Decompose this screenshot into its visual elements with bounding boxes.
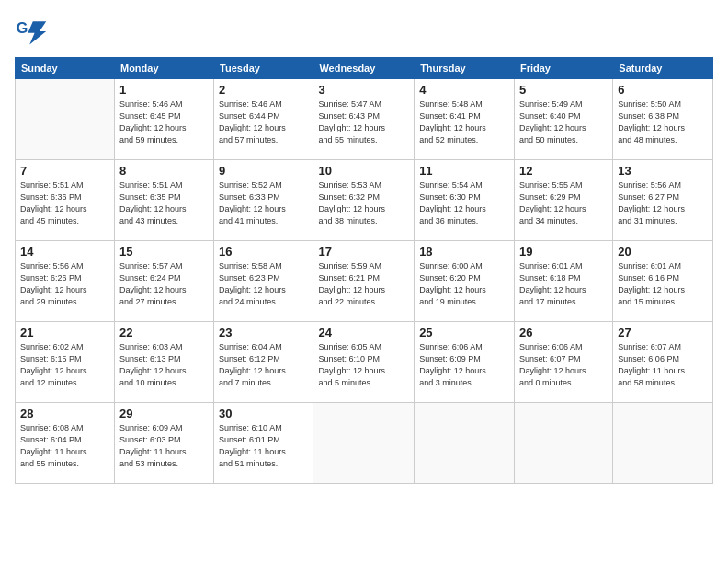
- calendar-cell: 25Sunrise: 6:06 AM Sunset: 6:09 PM Dayli…: [415, 322, 515, 403]
- logo: G: [15, 15, 50, 48]
- day-number: 11: [419, 164, 509, 178]
- day-number: 7: [20, 164, 109, 178]
- weekday-header-row: SundayMondayTuesdayWednesdayThursdayFrid…: [16, 58, 713, 79]
- day-detail: Sunrise: 5:46 AM Sunset: 6:45 PM Dayligh…: [119, 98, 209, 146]
- weekday-header-thursday: Thursday: [415, 58, 515, 79]
- day-detail: Sunrise: 6:03 AM Sunset: 6:13 PM Dayligh…: [119, 341, 209, 389]
- day-detail: Sunrise: 5:52 AM Sunset: 6:33 PM Dayligh…: [219, 179, 308, 227]
- day-number: 13: [618, 164, 708, 178]
- day-detail: Sunrise: 6:01 AM Sunset: 6:16 PM Dayligh…: [618, 260, 708, 308]
- day-detail: Sunrise: 6:01 AM Sunset: 6:18 PM Dayligh…: [519, 260, 608, 308]
- week-row-4: 21Sunrise: 6:02 AM Sunset: 6:15 PM Dayli…: [16, 322, 713, 403]
- day-number: 24: [318, 326, 409, 339]
- week-row-3: 14Sunrise: 5:56 AM Sunset: 6:26 PM Dayli…: [16, 241, 713, 322]
- day-detail: Sunrise: 5:59 AM Sunset: 6:21 PM Dayligh…: [318, 260, 409, 308]
- week-row-5: 28Sunrise: 6:08 AM Sunset: 6:04 PM Dayli…: [16, 403, 713, 484]
- calendar-cell: 24Sunrise: 6:05 AM Sunset: 6:10 PM Dayli…: [313, 322, 415, 403]
- day-detail: Sunrise: 5:49 AM Sunset: 6:40 PM Dayligh…: [519, 98, 608, 146]
- weekday-header-friday: Friday: [514, 58, 612, 79]
- day-detail: Sunrise: 6:06 AM Sunset: 6:09 PM Dayligh…: [419, 341, 509, 389]
- day-number: 6: [618, 83, 708, 97]
- day-number: 10: [318, 164, 409, 178]
- weekday-header-wednesday: Wednesday: [313, 58, 415, 79]
- calendar-cell: [613, 403, 713, 484]
- svg-marker-1: [28, 21, 46, 44]
- calendar-cell: 2Sunrise: 5:46 AM Sunset: 6:44 PM Daylig…: [214, 79, 313, 160]
- day-detail: Sunrise: 5:48 AM Sunset: 6:41 PM Dayligh…: [419, 98, 509, 146]
- calendar-cell: 3Sunrise: 5:47 AM Sunset: 6:43 PM Daylig…: [313, 79, 415, 160]
- page-header: G: [15, 15, 713, 48]
- day-detail: Sunrise: 5:53 AM Sunset: 6:32 PM Dayligh…: [318, 179, 409, 227]
- calendar-cell: 6Sunrise: 5:50 AM Sunset: 6:38 PM Daylig…: [613, 79, 713, 160]
- calendar-table: SundayMondayTuesdayWednesdayThursdayFrid…: [15, 57, 713, 484]
- day-detail: Sunrise: 6:00 AM Sunset: 6:20 PM Dayligh…: [419, 260, 509, 308]
- day-number: 15: [119, 245, 209, 259]
- calendar-cell: 17Sunrise: 5:59 AM Sunset: 6:21 PM Dayli…: [313, 241, 415, 322]
- calendar-cell: 11Sunrise: 5:54 AM Sunset: 6:30 PM Dayli…: [415, 160, 515, 241]
- day-number: 27: [618, 326, 708, 339]
- day-number: 20: [618, 245, 708, 259]
- day-detail: Sunrise: 6:07 AM Sunset: 6:06 PM Dayligh…: [618, 341, 708, 389]
- calendar-cell: 5Sunrise: 5:49 AM Sunset: 6:40 PM Daylig…: [514, 79, 612, 160]
- day-number: 19: [519, 245, 608, 259]
- calendar-cell: 20Sunrise: 6:01 AM Sunset: 6:16 PM Dayli…: [613, 241, 713, 322]
- day-detail: Sunrise: 6:10 AM Sunset: 6:01 PM Dayligh…: [219, 422, 308, 470]
- day-detail: Sunrise: 6:09 AM Sunset: 6:03 PM Dayligh…: [119, 422, 209, 470]
- day-detail: Sunrise: 5:47 AM Sunset: 6:43 PM Dayligh…: [318, 98, 409, 146]
- day-number: 4: [419, 83, 509, 97]
- calendar-cell: 4Sunrise: 5:48 AM Sunset: 6:41 PM Daylig…: [415, 79, 515, 160]
- day-detail: Sunrise: 5:55 AM Sunset: 6:29 PM Dayligh…: [519, 179, 608, 227]
- day-detail: Sunrise: 6:04 AM Sunset: 6:12 PM Dayligh…: [219, 341, 308, 389]
- calendar-cell: 16Sunrise: 5:58 AM Sunset: 6:23 PM Dayli…: [214, 241, 313, 322]
- day-number: 18: [419, 245, 509, 259]
- day-number: 29: [119, 407, 209, 420]
- svg-text:G: G: [17, 19, 28, 36]
- day-number: 8: [119, 164, 209, 178]
- weekday-header-sunday: Sunday: [16, 58, 115, 79]
- weekday-header-tuesday: Tuesday: [214, 58, 313, 79]
- calendar-cell: 29Sunrise: 6:09 AM Sunset: 6:03 PM Dayli…: [114, 403, 213, 484]
- calendar-cell: 18Sunrise: 6:00 AM Sunset: 6:20 PM Dayli…: [415, 241, 515, 322]
- day-detail: Sunrise: 5:50 AM Sunset: 6:38 PM Dayligh…: [618, 98, 708, 146]
- day-detail: Sunrise: 6:06 AM Sunset: 6:07 PM Dayligh…: [519, 341, 608, 389]
- weekday-header-saturday: Saturday: [613, 58, 713, 79]
- day-detail: Sunrise: 5:51 AM Sunset: 6:36 PM Dayligh…: [20, 179, 109, 227]
- day-number: 23: [219, 326, 308, 339]
- day-detail: Sunrise: 5:54 AM Sunset: 6:30 PM Dayligh…: [419, 179, 509, 227]
- day-number: 17: [318, 245, 409, 259]
- day-number: 5: [519, 83, 608, 97]
- logo-icon: G: [15, 15, 48, 48]
- calendar-cell: 22Sunrise: 6:03 AM Sunset: 6:13 PM Dayli…: [114, 322, 213, 403]
- day-number: 22: [119, 326, 209, 339]
- calendar-cell: 12Sunrise: 5:55 AM Sunset: 6:29 PM Dayli…: [514, 160, 612, 241]
- calendar-cell: 15Sunrise: 5:57 AM Sunset: 6:24 PM Dayli…: [114, 241, 213, 322]
- day-number: 14: [20, 245, 109, 259]
- calendar-cell: [415, 403, 515, 484]
- day-detail: Sunrise: 5:56 AM Sunset: 6:27 PM Dayligh…: [618, 179, 708, 227]
- day-number: 9: [219, 164, 308, 178]
- calendar-cell: 30Sunrise: 6:10 AM Sunset: 6:01 PM Dayli…: [214, 403, 313, 484]
- day-detail: Sunrise: 5:51 AM Sunset: 6:35 PM Dayligh…: [119, 179, 209, 227]
- day-number: 12: [519, 164, 608, 178]
- day-number: 25: [419, 326, 509, 339]
- calendar-cell: 23Sunrise: 6:04 AM Sunset: 6:12 PM Dayli…: [214, 322, 313, 403]
- day-detail: Sunrise: 5:57 AM Sunset: 6:24 PM Dayligh…: [119, 260, 209, 308]
- day-detail: Sunrise: 5:46 AM Sunset: 6:44 PM Dayligh…: [219, 98, 308, 146]
- week-row-2: 7Sunrise: 5:51 AM Sunset: 6:36 PM Daylig…: [16, 160, 713, 241]
- calendar-cell: [313, 403, 415, 484]
- calendar-cell: 14Sunrise: 5:56 AM Sunset: 6:26 PM Dayli…: [16, 241, 115, 322]
- calendar-cell: 9Sunrise: 5:52 AM Sunset: 6:33 PM Daylig…: [214, 160, 313, 241]
- day-number: 3: [318, 83, 409, 97]
- calendar-cell: 27Sunrise: 6:07 AM Sunset: 6:06 PM Dayli…: [613, 322, 713, 403]
- calendar-cell: 28Sunrise: 6:08 AM Sunset: 6:04 PM Dayli…: [16, 403, 115, 484]
- day-number: 28: [20, 407, 109, 420]
- calendar-cell: [16, 79, 115, 160]
- day-number: 1: [119, 83, 209, 97]
- calendar-cell: 1Sunrise: 5:46 AM Sunset: 6:45 PM Daylig…: [114, 79, 213, 160]
- day-detail: Sunrise: 5:56 AM Sunset: 6:26 PM Dayligh…: [20, 260, 109, 308]
- day-number: 26: [519, 326, 608, 339]
- calendar-cell: 19Sunrise: 6:01 AM Sunset: 6:18 PM Dayli…: [514, 241, 612, 322]
- calendar-cell: [514, 403, 612, 484]
- day-number: 16: [219, 245, 308, 259]
- day-number: 30: [219, 407, 308, 420]
